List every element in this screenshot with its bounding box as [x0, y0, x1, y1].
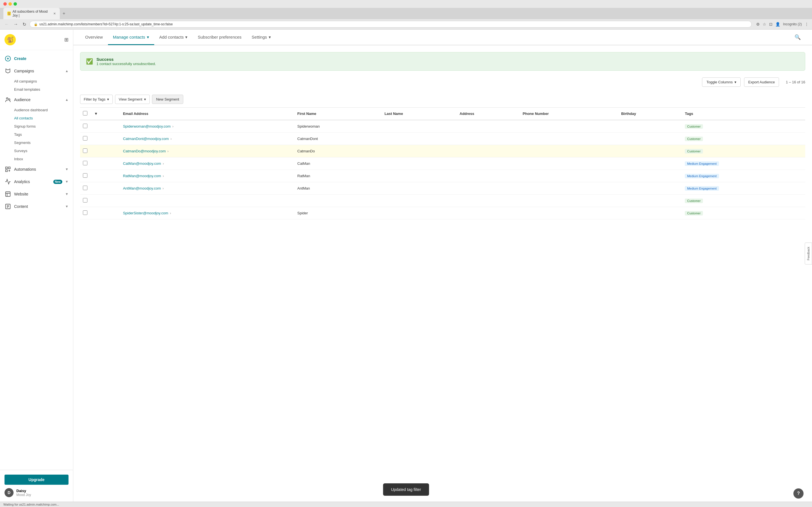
bookmark-icon[interactable]: ☆ — [763, 22, 766, 26]
sidebar-item-all-contacts[interactable]: All contacts — [0, 114, 73, 122]
row-checkbox-5[interactable] — [83, 186, 87, 190]
sidebar-item-email-templates[interactable]: Email templates — [0, 86, 73, 94]
row-checkbox-4[interactable] — [83, 173, 87, 178]
sidebar-navigation: Create Campaigns ▲ All campaigns Email t… — [0, 50, 73, 470]
browser-tab[interactable]: 🐒 All subscribers of Mood Joy | ✕ — [3, 8, 60, 19]
email-link[interactable]: Spiderwoman@moodjoy.com — [123, 124, 170, 128]
close-window-button[interactable] — [3, 2, 7, 6]
tag-badge[interactable]: Customer — [685, 199, 703, 203]
profile-icon[interactable]: 👤 — [775, 22, 780, 26]
menu-icon[interactable]: ⋮ — [805, 22, 809, 26]
sidebar-item-surveys[interactable]: Surveys — [0, 147, 73, 155]
upgrade-button[interactable]: Upgrade — [4, 474, 68, 485]
success-text: Success 1 contact successfully unsubscri… — [96, 57, 156, 66]
tag-badge[interactable]: Customer — [685, 149, 703, 154]
row-checkbox-cell — [80, 158, 91, 170]
search-button[interactable]: 🔍 — [790, 30, 805, 45]
tag-badge[interactable]: Customer — [685, 211, 703, 216]
new-segment-button[interactable]: New Segment — [152, 95, 184, 104]
table-row: RatMan@moodjoy.com›RatManMedium Engageme… — [80, 170, 805, 182]
minimize-window-button[interactable] — [8, 2, 12, 6]
back-button[interactable]: ← — [3, 21, 10, 27]
extensions-icon[interactable]: ⚙ — [756, 22, 760, 26]
tab-manage-contacts[interactable]: Manage contacts ▾ — [108, 30, 154, 45]
new-tab-button[interactable]: + — [60, 9, 68, 18]
sidebar-item-automations[interactable]: Automations ▼ — [0, 163, 73, 175]
row-birthday-cell — [618, 207, 682, 219]
select-all-checkbox[interactable] — [83, 111, 87, 115]
url-bar[interactable]: 🔒 us21.admin.mailchimp.com/lists/members… — [30, 21, 752, 27]
row-birthday-cell — [618, 145, 682, 158]
window-icon[interactable]: ⊡ — [769, 22, 772, 26]
tab-close-button[interactable]: ✕ — [53, 12, 56, 15]
sidebar-item-analytics[interactable]: Analytics New ▼ — [0, 175, 73, 188]
email-link[interactable]: AntMan@moodjoy.com — [123, 186, 161, 190]
add-contacts-chevron-icon: ▾ — [185, 35, 188, 40]
row-address-cell — [457, 158, 520, 170]
email-link[interactable]: CatmanDo@moodjoy.com — [123, 149, 166, 153]
row-address-cell — [457, 170, 520, 182]
traffic-lights — [3, 2, 17, 6]
row-tags-cell: Customer — [682, 145, 805, 158]
sidebar-header: 🐒 ⊞ — [0, 30, 73, 50]
help-button[interactable]: ? — [794, 489, 804, 499]
email-address-header[interactable]: Email Address — [120, 108, 294, 120]
tag-badge[interactable]: Customer — [685, 124, 703, 129]
forward-button[interactable]: → — [12, 21, 19, 27]
sidebar-toggle-button[interactable]: ⊞ — [64, 37, 68, 43]
tab-subscriber-preferences[interactable]: Subscriber preferences — [193, 30, 246, 45]
tag-badge[interactable]: Customer — [685, 136, 703, 141]
phone-number-header[interactable]: Phone Number — [520, 108, 618, 120]
row-checkbox-3[interactable] — [83, 161, 87, 165]
row-checkbox-6[interactable] — [83, 198, 87, 203]
page-info: 1 – 16 of 16 — [786, 80, 805, 84]
sidebar-item-signup-forms[interactable]: Signup forms — [0, 122, 73, 130]
row-phone-cell — [520, 207, 618, 219]
address-header[interactable]: Address — [457, 108, 520, 120]
sidebar-item-website[interactable]: Website ▼ — [0, 188, 73, 200]
sort-header[interactable]: ▼ — [91, 108, 120, 120]
email-link[interactable]: CatmanDont@moodjoy.com — [123, 136, 169, 141]
tab-overview[interactable]: Overview — [80, 30, 108, 45]
email-link[interactable]: RatMan@moodjoy.com — [123, 174, 161, 178]
create-button[interactable]: Create — [0, 52, 73, 65]
birthday-header[interactable]: Birthday — [618, 108, 682, 120]
row-email-cell: RatMan@moodjoy.com› — [120, 170, 294, 182]
tag-badge[interactable]: Medium Engagement — [685, 161, 719, 166]
tab-settings[interactable]: Settings ▾ — [247, 30, 276, 45]
row-checkbox-2[interactable] — [83, 149, 87, 153]
tab-add-contacts[interactable]: Add contacts ▾ — [154, 30, 193, 45]
sidebar-item-tags[interactable]: Tags — [0, 130, 73, 138]
row-checkbox-1[interactable] — [83, 136, 87, 140]
tag-badge[interactable]: Medium Engagement — [685, 186, 719, 191]
last-name-header[interactable]: Last Name — [382, 108, 457, 120]
tag-badge[interactable]: Medium Engagement — [685, 174, 719, 178]
sidebar-item-inbox[interactable]: Inbox — [0, 155, 73, 163]
row-checkbox-7[interactable] — [83, 210, 87, 215]
sidebar-item-audience[interactable]: Audience ▲ — [0, 94, 73, 106]
row-email-cell: CatMan@moodjoy.com› — [120, 158, 294, 170]
sidebar-item-segments[interactable]: Segments — [0, 138, 73, 147]
mailchimp-logo[interactable]: 🐒 — [4, 34, 16, 45]
row-sort-cell — [91, 145, 120, 158]
sidebar-item-all-campaigns[interactable]: All campaigns — [0, 77, 73, 86]
automations-chevron-icon: ▼ — [65, 167, 68, 171]
export-audience-button[interactable]: Export Audience — [744, 77, 779, 87]
email-link[interactable]: CatMan@moodjoy.com — [123, 161, 161, 166]
feedback-button[interactable]: Feedback — [805, 242, 812, 265]
sidebar-item-audience-dashboard[interactable]: Audience dashboard — [0, 106, 73, 114]
sidebar-item-content[interactable]: Content ▼ — [0, 200, 73, 213]
reload-button[interactable]: ↻ — [21, 21, 28, 27]
filter-by-tags-button[interactable]: Filter by Tags ▾ — [80, 95, 113, 104]
row-checkbox-0[interactable] — [83, 124, 87, 128]
sidebar-item-campaigns[interactable]: Campaigns ▲ — [0, 65, 73, 77]
toggle-columns-button[interactable]: Toggle Columns ▾ — [702, 77, 741, 87]
view-segment-chevron-icon: ▾ — [144, 97, 146, 101]
tags-header[interactable]: Tags — [682, 108, 805, 120]
view-segment-button[interactable]: View Segment ▾ — [115, 95, 150, 104]
email-expand-icon: › — [170, 137, 172, 141]
maximize-window-button[interactable] — [13, 2, 17, 6]
row-tags-cell: Medium Engagement — [682, 170, 805, 182]
first-name-header[interactable]: First Name — [295, 108, 382, 120]
email-link[interactable]: SpiderSister@moodjoy.com — [123, 211, 168, 215]
